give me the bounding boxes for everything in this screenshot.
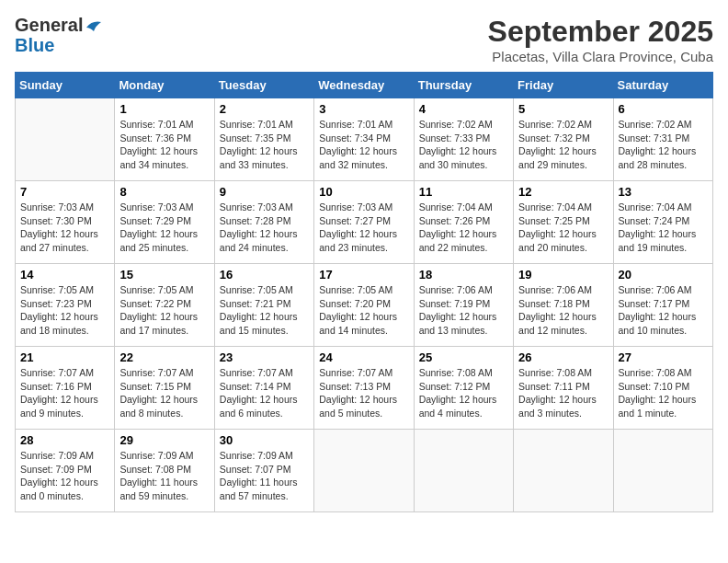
sunset: and 0 minutes. xyxy=(20,490,84,501)
calendar-cell: 28Sunrise: 7:09 AMSunset: 7:09 PMDayligh… xyxy=(16,430,115,512)
day-number: 11 xyxy=(419,185,508,199)
day-number: 4 xyxy=(419,102,508,116)
day-info: Sunrise: 7:03 AMSunset: 7:27 PMDaylight:… xyxy=(319,201,408,255)
day-number: 17 xyxy=(319,268,408,282)
day-number: 7 xyxy=(20,185,109,199)
sunset: and 24 minutes. xyxy=(220,242,289,253)
sunset: Sunset: 7:12 PM xyxy=(419,381,491,392)
day-info: Sunrise: 7:02 AMSunset: 7:32 PMDaylight:… xyxy=(518,118,608,172)
sunset: Sunset: 7:26 PM xyxy=(419,215,491,226)
sunset: Sunset: 7:18 PM xyxy=(518,298,590,309)
day-info: Sunrise: 7:05 AMSunset: 7:22 PMDaylight:… xyxy=(119,283,209,338)
calendar-cell: 9Sunrise: 7:03 AMSunset: 7:28 PMDaylight… xyxy=(214,181,313,264)
daylight-hours: Daylight: 12 hours xyxy=(220,311,298,322)
sunset: and 34 minutes. xyxy=(119,159,188,170)
calendar-cell: 26Sunrise: 7:08 AMSunset: 7:11 PMDayligh… xyxy=(514,347,613,430)
daylight-hours: Daylight: 11 hours xyxy=(220,477,298,488)
day-info: Sunrise: 7:07 AMSunset: 7:15 PMDaylight:… xyxy=(119,366,209,420)
sunrise: Sunrise: 7:07 AM xyxy=(319,367,392,378)
logo-bird-icon xyxy=(85,20,103,33)
day-info: Sunrise: 7:09 AMSunset: 7:09 PMDaylight:… xyxy=(20,449,109,503)
day-info: Sunrise: 7:07 AMSunset: 7:13 PMDaylight:… xyxy=(319,366,408,420)
calendar-cell: 29Sunrise: 7:09 AMSunset: 7:08 PMDayligh… xyxy=(115,430,214,512)
sunrise: Sunrise: 7:02 AM xyxy=(419,119,493,130)
sunset: Sunset: 7:17 PM xyxy=(619,298,690,309)
calendar-week-row: 28Sunrise: 7:09 AMSunset: 7:09 PMDayligh… xyxy=(16,430,713,512)
day-number: 10 xyxy=(319,185,408,199)
sunrise: Sunrise: 7:06 AM xyxy=(518,284,592,295)
calendar-week-row: 21Sunrise: 7:07 AMSunset: 7:16 PMDayligh… xyxy=(16,347,713,430)
daylight-hours: Daylight: 12 hours xyxy=(319,145,397,156)
sunrise: Sunrise: 7:09 AM xyxy=(220,450,293,461)
daylight-hours: Daylight: 12 hours xyxy=(119,394,198,405)
daylight-hours: Daylight: 12 hours xyxy=(518,311,597,322)
daylight-hours: Daylight: 12 hours xyxy=(319,228,397,239)
calendar-cell: 5Sunrise: 7:02 AMSunset: 7:32 PMDaylight… xyxy=(514,98,613,181)
logo: General Blue xyxy=(15,15,103,55)
calendar-cell: 14Sunrise: 7:05 AMSunset: 7:23 PMDayligh… xyxy=(16,264,115,347)
sunset: and 33 minutes. xyxy=(220,159,289,170)
day-number: 18 xyxy=(419,268,508,282)
calendar-cell: 11Sunrise: 7:04 AMSunset: 7:26 PMDayligh… xyxy=(414,181,513,264)
logo-blue: Blue xyxy=(15,35,54,55)
day-info: Sunrise: 7:05 AMSunset: 7:21 PMDaylight:… xyxy=(220,283,309,338)
calendar-cell: 20Sunrise: 7:06 AMSunset: 7:17 PMDayligh… xyxy=(613,264,712,347)
sunset: Sunset: 7:07 PM xyxy=(220,464,291,475)
sunset: Sunset: 7:23 PM xyxy=(20,298,92,309)
day-number: 14 xyxy=(20,268,109,282)
day-info: Sunrise: 7:04 AMSunset: 7:26 PMDaylight:… xyxy=(419,201,508,255)
daylight-hours: Daylight: 12 hours xyxy=(419,228,497,239)
day-number: 28 xyxy=(20,433,109,447)
day-of-week-header: Saturday xyxy=(613,73,712,98)
day-number: 20 xyxy=(619,268,708,282)
sunrise: Sunrise: 7:02 AM xyxy=(619,119,692,130)
day-info: Sunrise: 7:04 AMSunset: 7:25 PMDaylight:… xyxy=(518,201,608,255)
calendar-cell: 1Sunrise: 7:01 AMSunset: 7:36 PMDaylight… xyxy=(115,98,214,181)
sunset: Sunset: 7:09 PM xyxy=(20,464,92,475)
sunset: and 3 minutes. xyxy=(518,408,582,419)
calendar-week-row: 1Sunrise: 7:01 AMSunset: 7:36 PMDaylight… xyxy=(16,98,713,181)
sunset: Sunset: 7:28 PM xyxy=(220,215,291,226)
daylight-hours: Daylight: 12 hours xyxy=(319,394,397,405)
sunset: Sunset: 7:16 PM xyxy=(20,381,92,392)
sunset: Sunset: 7:35 PM xyxy=(220,132,291,144)
day-info: Sunrise: 7:07 AMSunset: 7:16 PMDaylight:… xyxy=(20,366,109,420)
sunrise: Sunrise: 7:04 AM xyxy=(419,201,493,213)
sunset: and 14 minutes. xyxy=(319,325,388,336)
day-number: 3 xyxy=(319,102,408,116)
sunset: and 27 minutes. xyxy=(20,242,89,253)
calendar-cell: 30Sunrise: 7:09 AMSunset: 7:07 PMDayligh… xyxy=(214,430,313,512)
sunset: and 5 minutes. xyxy=(319,408,382,419)
sunrise: Sunrise: 7:09 AM xyxy=(119,450,193,461)
day-info: Sunrise: 7:07 AMSunset: 7:14 PMDaylight:… xyxy=(220,366,309,420)
day-info: Sunrise: 7:05 AMSunset: 7:20 PMDaylight:… xyxy=(319,283,408,338)
day-info: Sunrise: 7:08 AMSunset: 7:10 PMDaylight:… xyxy=(619,366,708,420)
daylight-hours: Daylight: 12 hours xyxy=(419,394,497,405)
sunset: Sunset: 7:21 PM xyxy=(220,298,291,309)
sunset: and 13 minutes. xyxy=(419,325,488,336)
sunset: Sunset: 7:30 PM xyxy=(20,215,92,226)
sunset: and 22 minutes. xyxy=(419,242,488,253)
location-subtitle: Placetas, Villa Clara Province, Cuba xyxy=(488,49,713,64)
day-info: Sunrise: 7:01 AMSunset: 7:34 PMDaylight:… xyxy=(319,118,408,172)
sunset: Sunset: 7:10 PM xyxy=(619,381,690,392)
sunset: Sunset: 7:11 PM xyxy=(518,381,590,392)
calendar-table: SundayMondayTuesdayWednesdayThursdayFrid… xyxy=(15,72,713,512)
sunset: and 12 minutes. xyxy=(518,325,587,336)
calendar-cell: 4Sunrise: 7:02 AMSunset: 7:33 PMDaylight… xyxy=(414,98,513,181)
calendar-cell: 10Sunrise: 7:03 AMSunset: 7:27 PMDayligh… xyxy=(314,181,414,264)
day-info: Sunrise: 7:03 AMSunset: 7:29 PMDaylight:… xyxy=(119,201,209,255)
sunset: and 18 minutes. xyxy=(20,325,89,336)
day-number: 26 xyxy=(518,350,608,364)
calendar-cell: 19Sunrise: 7:06 AMSunset: 7:18 PMDayligh… xyxy=(514,264,613,347)
daylight-hours: Daylight: 12 hours xyxy=(119,145,198,156)
day-number: 16 xyxy=(220,268,309,282)
day-number: 25 xyxy=(419,350,508,364)
sunset: and 17 minutes. xyxy=(119,325,188,336)
sunrise: Sunrise: 7:03 AM xyxy=(119,201,193,213)
sunrise: Sunrise: 7:02 AM xyxy=(518,119,592,130)
sunrise: Sunrise: 7:08 AM xyxy=(619,367,692,378)
calendar-cell: 16Sunrise: 7:05 AMSunset: 7:21 PMDayligh… xyxy=(214,264,313,347)
sunrise: Sunrise: 7:05 AM xyxy=(220,284,293,295)
calendar-cell: 27Sunrise: 7:08 AMSunset: 7:10 PMDayligh… xyxy=(613,347,712,430)
